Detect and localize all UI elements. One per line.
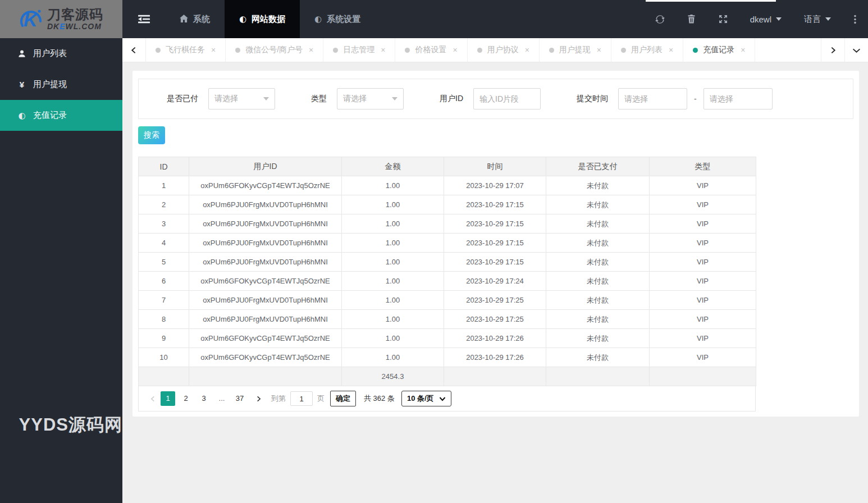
search-button[interactable]: 搜索 (138, 126, 165, 144)
fullscreen-icon[interactable] (707, 0, 739, 38)
tab-用户列表[interactable]: 用户列表× (611, 38, 683, 62)
table-cell: VIP (650, 310, 756, 329)
table-cell: 5 (139, 253, 189, 272)
table-cell: 1.00 (342, 272, 444, 291)
table-cell: 1.00 (342, 291, 444, 310)
tab-close-icon[interactable]: × (597, 45, 601, 54)
prev-page-icon[interactable] (147, 396, 159, 402)
column-header: 是否已支付 (546, 157, 650, 176)
table-cell: oxPUm6GFOKyvCGpT4EWTJq5OzrNE (189, 348, 342, 367)
end-date-input[interactable] (703, 88, 773, 109)
page-number-1[interactable]: 1 (161, 391, 175, 406)
summary-cell (546, 367, 650, 386)
goto-confirm-button[interactable]: 确定 (330, 391, 356, 406)
tab-close-icon[interactable]: × (453, 45, 457, 54)
tabs-scroll-left-icon[interactable] (122, 38, 146, 62)
column-header: ID (139, 157, 189, 176)
nav-item-label: 网站数据 (252, 14, 285, 25)
table-cell: 1.00 (342, 310, 444, 329)
nav-item-label: 系统设置 (327, 14, 360, 25)
goto-page-input[interactable] (290, 391, 313, 406)
next-page-icon[interactable] (252, 396, 264, 402)
tab-close-icon[interactable]: × (309, 45, 313, 54)
filter-paid-select[interactable]: 请选择 (208, 88, 275, 109)
filter-userid: 用户ID (440, 88, 541, 109)
sidebar-item-用户列表[interactable]: 用户列表 (0, 38, 122, 69)
brand-name: 刀客源码 (47, 8, 103, 21)
table-cell: 2023-10-29 17:15 (444, 195, 546, 214)
filter-userid-label: 用户ID (440, 94, 463, 104)
summary-cell (444, 367, 546, 386)
table-cell: VIP (650, 234, 756, 253)
tab-价格设置[interactable]: 价格设置× (395, 38, 467, 62)
nav-item-系统设置[interactable]: ◐系统设置 (300, 0, 375, 38)
home-icon (180, 15, 188, 24)
table-cell: 2023-10-29 17:25 (444, 310, 546, 329)
tab-用户协议[interactable]: 用户协议× (468, 38, 540, 62)
sidebar-item-用户提现[interactable]: ¥用户提现 (0, 69, 122, 100)
table-row: 2oxPUm6PJU0FrgMxUVD0TupH6hMNI1.002023-10… (139, 195, 756, 214)
page-number-3[interactable]: 3 (197, 391, 211, 406)
tab-充值记录[interactable]: 充值记录× (683, 38, 755, 62)
tab-close-icon[interactable]: × (381, 45, 385, 54)
tab-close-icon[interactable]: × (211, 45, 216, 54)
tab-status-dot (333, 48, 338, 53)
summary-row: 2454.3 (139, 367, 756, 386)
trash-icon[interactable] (676, 0, 707, 38)
column-header: 时间 (444, 157, 546, 176)
tab-close-icon[interactable]: × (525, 45, 529, 54)
page-number-2[interactable]: 2 (179, 391, 193, 406)
table-cell: oxPUm6GFOKyvCGpT4EWTJq5OzrNE (189, 272, 342, 291)
sidebar-toggle-icon[interactable] (122, 0, 165, 38)
tab-status-dot (156, 48, 161, 53)
filter-type-select[interactable]: 请选择 (337, 88, 404, 109)
chevron-down-icon (263, 97, 269, 100)
tab-label: 用户列表 (631, 45, 663, 55)
table-cell: 未付款 (546, 272, 650, 291)
more-options-icon[interactable] (842, 0, 868, 38)
table-cell: 1.00 (342, 214, 444, 234)
tab-close-icon[interactable]: × (741, 45, 745, 54)
table-cell: VIP (650, 195, 756, 214)
chevron-down-icon (776, 17, 782, 21)
page-number-37[interactable]: 37 (232, 391, 247, 406)
user-icon (17, 49, 27, 58)
tab-日志管理[interactable]: 日志管理× (323, 38, 395, 62)
tab-飞行棋任务[interactable]: 飞行棋任务× (146, 38, 226, 62)
table-cell: 未付款 (546, 176, 650, 195)
watermark-text: YYDS源码网 (0, 413, 122, 437)
table-cell: 7 (139, 291, 189, 310)
brand-domain: DKEWL.COM (47, 22, 103, 30)
table-cell: VIP (650, 348, 756, 367)
language-menu[interactable]: 语言 (793, 0, 842, 38)
table-cell: 9 (139, 329, 189, 348)
summary-cell (189, 367, 342, 386)
table-cell: 2023-10-29 17:15 (444, 234, 546, 253)
userid-input[interactable] (473, 88, 541, 109)
tab-label: 用户协议 (487, 45, 519, 55)
tab-微信公号/商户号[interactable]: 微信公号/商户号× (226, 38, 323, 62)
table-row: 3oxPUm6PJU0FrgMxUVD0TupH6hMNI1.002023-10… (139, 214, 756, 234)
table-cell: 1.00 (342, 195, 444, 214)
table-cell: oxPUm6PJU0FrgMxUVD0TupH6hMNI (189, 310, 342, 329)
tabs-scroll-right-icon[interactable] (821, 38, 844, 62)
table-cell: 未付款 (546, 234, 650, 253)
goto-label: 到第 (271, 394, 286, 404)
table-row: 6oxPUm6GFOKyvCGpT4EWTJq5OzrNE1.002023-10… (139, 272, 756, 291)
sidebar-item-充值记录[interactable]: ◐充值记录 (0, 100, 122, 131)
start-date-input[interactable] (618, 88, 687, 109)
table-cell: 未付款 (546, 329, 650, 348)
nav-item-网站数据[interactable]: ◐网站数据 (225, 0, 300, 38)
chevron-down-icon (825, 17, 831, 21)
table-cell: 未付款 (546, 214, 650, 234)
refresh-icon[interactable] (645, 0, 676, 38)
tabs-menu-icon[interactable] (844, 38, 868, 62)
table-row: 4oxPUm6PJU0FrgMxUVD0TupH6hMNI1.002023-10… (139, 234, 756, 253)
tab-用户提现[interactable]: 用户提现× (540, 38, 611, 62)
table-cell: 2023-10-29 17:26 (444, 329, 546, 348)
page-size-select[interactable]: 10 条/页 (401, 391, 451, 406)
nav-item-系统[interactable]: 系统 (165, 0, 225, 38)
tab-close-icon[interactable]: × (669, 45, 673, 54)
user-menu[interactable]: dkewl (739, 0, 793, 38)
language-label: 语言 (804, 14, 821, 25)
